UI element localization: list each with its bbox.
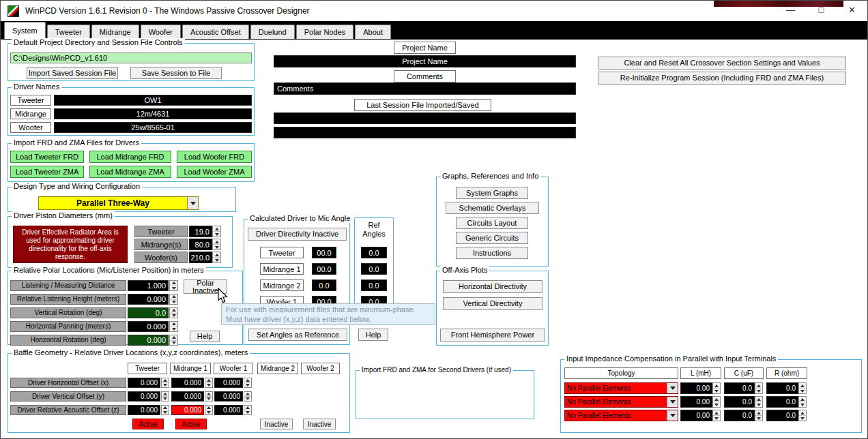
step-down-icon[interactable] [170, 327, 177, 332]
system-graphs-button[interactable]: System Graphs [456, 187, 528, 199]
topology-select-3[interactable]: No Parallel Elements [564, 410, 678, 421]
step-down-icon[interactable] [162, 382, 169, 387]
impedance-l-stepper-3[interactable] [712, 410, 721, 421]
step-down-icon[interactable] [799, 388, 806, 393]
midrange-name-field[interactable]: 12m/4631 [54, 108, 252, 119]
chevron-down-icon[interactable] [667, 410, 678, 421]
vertical-rotation-field[interactable]: 0.0 [128, 307, 169, 318]
step-down-icon[interactable] [755, 388, 762, 393]
step-up-icon[interactable] [713, 397, 720, 402]
piston-midrange-stepper[interactable] [212, 239, 221, 250]
step-down-icon[interactable] [170, 313, 177, 318]
piston-midrange-field[interactable]: 80.0 [189, 239, 212, 250]
instructions-button[interactable]: Instructions [456, 247, 528, 259]
offset-z-woofer1-field[interactable]: 0.000 [214, 405, 243, 415]
tab-about[interactable]: About [355, 25, 391, 39]
midrange1-active-button[interactable]: Active [175, 419, 207, 429]
load-woofer-frd-button[interactable]: Load Woofer FRD [177, 151, 252, 163]
step-down-icon[interactable] [799, 415, 806, 421]
load-midrange-frd-button[interactable]: Load Midrange FRD [89, 151, 171, 163]
step-down-icon[interactable] [162, 410, 169, 414]
piston-tweeter-field[interactable]: 19.0 [189, 226, 212, 237]
impedance-l-stepper-1[interactable] [712, 382, 721, 394]
woofer-name-field[interactable]: 25w/8565-01 [54, 122, 252, 133]
step-up-icon[interactable] [799, 397, 806, 402]
impedance-c-field-1[interactable]: 0.0 [724, 382, 755, 394]
save-session-button[interactable]: Save Session to File [130, 67, 222, 79]
load-midrange-zma-button[interactable]: Load Midrange ZMA [89, 166, 171, 178]
step-down-icon[interactable] [170, 299, 177, 305]
step-down-icon[interactable] [713, 402, 720, 407]
step-down-icon[interactable] [205, 382, 212, 387]
piston-tweeter-stepper[interactable] [212, 226, 221, 237]
listening-height-stepper[interactable] [169, 294, 178, 305]
impedance-r-stepper-2[interactable] [798, 396, 807, 408]
import-session-button[interactable]: Import Saved Session File [27, 67, 118, 79]
impedance-c-stepper-1[interactable] [755, 382, 763, 394]
woofer2-inactive-button[interactable]: Inactive [303, 419, 336, 429]
project-name-field[interactable]: Project Name [274, 55, 576, 67]
tab-acoustic-offset[interactable]: Acoustic Offset [182, 25, 249, 39]
step-down-icon[interactable] [755, 402, 762, 407]
step-up-icon[interactable] [713, 383, 720, 388]
generic-circuits-button[interactable]: Generic Circuits [456, 232, 528, 244]
step-down-icon[interactable] [213, 231, 220, 237]
offset-z-midrange1-field[interactable]: 0.000 [171, 405, 204, 415]
load-tweeter-zma-button[interactable]: Load Tweeter ZMA [10, 166, 84, 178]
offset-z-tweeter-field[interactable]: 0.000 [128, 405, 160, 415]
vertical-directivity-button[interactable]: Vertical Directivity [443, 297, 542, 310]
load-woofer-zma-button[interactable]: Load Woofer ZMA [177, 166, 252, 178]
step-down-icon[interactable] [713, 388, 720, 393]
step-up-icon[interactable] [213, 252, 220, 257]
impedance-l-field-3[interactable]: 0.00 [680, 410, 712, 421]
offset-z-tweeter-stepper[interactable] [161, 405, 169, 415]
tweeter-name-field[interactable]: OW1 [54, 95, 252, 106]
circuits-layout-button[interactable]: Circuits Layout [456, 217, 528, 229]
step-down-icon[interactable] [244, 396, 251, 401]
offset-y-woofer1-field[interactable]: 0.000 [214, 391, 243, 402]
step-down-icon[interactable] [213, 257, 220, 262]
step-down-icon[interactable] [213, 244, 220, 249]
step-down-icon[interactable] [799, 402, 806, 407]
offset-y-tweeter-stepper[interactable] [161, 391, 169, 402]
offset-z-midrange1-stepper[interactable] [205, 405, 213, 415]
horizontal-rotation-field[interactable]: 0.000 [128, 335, 169, 346]
step-up-icon[interactable] [799, 410, 806, 415]
step-up-icon[interactable] [713, 410, 720, 415]
step-down-icon[interactable] [162, 396, 169, 401]
tab-woofer[interactable]: Woofer [141, 25, 181, 39]
impedance-r-stepper-1[interactable] [798, 382, 807, 394]
step-up-icon[interactable] [213, 239, 220, 244]
offset-x-woofer1-field[interactable]: 0.000 [214, 378, 243, 388]
chevron-down-icon[interactable] [187, 197, 198, 209]
impedance-r-field-2[interactable]: 0.0 [766, 396, 798, 408]
chevron-down-icon[interactable] [667, 397, 678, 407]
offset-x-woofer1-stepper[interactable] [244, 378, 252, 388]
offset-y-woofer1-stepper[interactable] [244, 391, 252, 402]
midrange2-inactive-button[interactable]: Inactive [260, 419, 293, 429]
impedance-l-field-1[interactable]: 0.00 [680, 382, 712, 394]
comments-field[interactable]: Comments [274, 82, 576, 95]
impedance-c-field-2[interactable]: 0.0 [724, 396, 755, 408]
tab-tweeter[interactable]: Tweeter [47, 25, 90, 39]
topology-select-2[interactable]: No Parallel Elements [564, 396, 678, 408]
step-down-icon[interactable] [205, 410, 212, 414]
impedance-r-field-1[interactable]: 0.0 [766, 382, 798, 394]
mic-angle-help-button[interactable]: Help [358, 329, 388, 341]
topology-select-1[interactable]: No Parallel Elements [564, 382, 678, 394]
step-down-icon[interactable] [244, 410, 251, 414]
piston-woofer-field[interactable]: 210.0 [189, 252, 212, 263]
impedance-c-stepper-2[interactable] [755, 396, 763, 408]
tab-system[interactable]: System [4, 22, 46, 39]
offset-z-woofer1-stepper[interactable] [244, 405, 252, 415]
impedance-c-stepper-3[interactable] [755, 410, 763, 421]
impedance-l-field-2[interactable]: 0.00 [680, 396, 712, 408]
horizontal-panning-stepper[interactable] [169, 321, 178, 332]
set-angles-reference-button[interactable]: Set Angles as Reference [248, 329, 347, 341]
listening-distance-stepper[interactable] [169, 280, 178, 291]
offset-x-midrange1-field[interactable]: 0.000 [171, 378, 204, 388]
offset-x-tweeter-field[interactable]: 0.000 [128, 378, 160, 388]
offset-y-midrange1-stepper[interactable] [205, 391, 213, 402]
step-down-icon[interactable] [713, 415, 720, 421]
reinitialize-button[interactable]: Re-Initialize Program Session (Including… [598, 72, 846, 85]
